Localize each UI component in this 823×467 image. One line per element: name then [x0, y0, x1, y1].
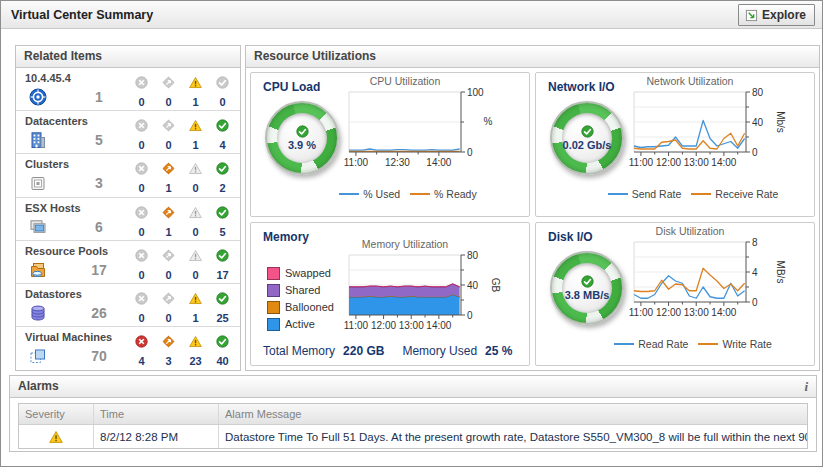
legend-label: Ballooned	[285, 301, 334, 313]
critical-status-icon	[162, 76, 175, 89]
legend-item: Write Rate	[698, 338, 771, 350]
status-cell-warning[interactable]: 0	[182, 161, 209, 194]
status-cell-critical[interactable]: 1	[155, 161, 182, 194]
related-item-row[interactable]: ESX Hosts60105	[16, 198, 240, 241]
status-cell-normal[interactable]: 17	[209, 248, 236, 281]
svg-text:Mb/s: Mb/s	[775, 111, 786, 133]
cpu-load-card: CPU Load 3.9 % CPU Utilization0100%11:00…	[250, 72, 530, 217]
column-header-severity[interactable]: Severity	[19, 404, 94, 424]
related-item-row[interactable]: Datastores2600125	[16, 284, 240, 327]
status-cell-fatal[interactable]: 0	[128, 248, 155, 281]
legend-swatch	[267, 284, 280, 297]
related-item-row[interactable]: 10.4.45.410010	[16, 68, 240, 111]
status-cell-critical[interactable]: 1	[155, 205, 182, 238]
disk-io-gauge[interactable]: 3.8 MB/s	[550, 251, 624, 325]
resource-utilizations-header: Resource Utilizations	[246, 46, 819, 68]
normal-status-icon	[216, 76, 229, 89]
status-cell-warning[interactable]: 0	[182, 205, 209, 238]
cluster-icon	[29, 174, 47, 192]
resource-pool-icon	[29, 261, 47, 279]
status-cell-fatal[interactable]: 0	[128, 161, 155, 194]
svg-text:13:00: 13:00	[684, 157, 709, 168]
status-cell-normal[interactable]: 40	[209, 334, 236, 367]
status-cell-fatal[interactable]: 0	[128, 118, 155, 151]
related-item-row[interactable]: Clusters30102	[16, 154, 240, 197]
disk-utilization-chart[interactable]: Disk Utilization048MB/s11:0012:0013:0014…	[628, 226, 808, 338]
svg-text:GB: GB	[490, 277, 501, 292]
status-cell-critical[interactable]: 3	[155, 334, 182, 367]
status-count: 0	[128, 269, 155, 281]
column-header-time[interactable]: Time	[94, 404, 219, 424]
cpu-load-gauge[interactable]: 3.9 %	[265, 101, 339, 175]
status-cell-normal[interactable]: 5	[209, 205, 236, 238]
explore-button[interactable]: Explore	[738, 4, 815, 26]
gauge-face: 3.9 %	[277, 113, 327, 163]
info-icon[interactable]: i	[804, 376, 808, 397]
related-item-label: Datacenters	[25, 115, 88, 127]
status-count: 1	[182, 139, 209, 151]
status-cell-critical[interactable]: 0	[155, 291, 182, 324]
explore-icon	[745, 9, 758, 22]
memory-utilization-chart[interactable]: Memory Utilization04080GB11:0012:0013:00…	[343, 239, 523, 351]
status-cell-normal[interactable]: 2	[209, 161, 236, 194]
disk-chart-legend: Read RateWrite Rate	[628, 338, 758, 350]
datacenter-icon	[29, 131, 47, 149]
status-cell-warning[interactable]: 1	[182, 118, 209, 151]
status-cell-critical[interactable]: 0	[155, 118, 182, 151]
status-cell-critical[interactable]: 0	[155, 75, 182, 108]
status-cell-warning[interactable]: 23	[182, 334, 209, 367]
cpu-utilization-chart[interactable]: CPU Utilization0100%11:0012:3014:00	[343, 76, 523, 188]
status-cell-normal[interactable]: 0	[209, 75, 236, 108]
svg-text:0: 0	[752, 296, 758, 307]
status-cell-warning[interactable]: 1	[182, 75, 209, 108]
status-cell-fatal[interactable]: 0	[128, 205, 155, 238]
status-count: 0	[155, 96, 182, 108]
status-cell-normal[interactable]: 4	[209, 118, 236, 151]
gauge-face: 0.02 Gb/s	[562, 113, 612, 163]
alarms-table-header: Severity Time Alarm Message	[19, 404, 807, 425]
status-summary: 0010	[128, 75, 236, 108]
related-item-row[interactable]: Resource Pools1700017	[16, 241, 240, 284]
network-io-value: 0.02 Gb/s	[563, 139, 612, 151]
column-header-alarm-message[interactable]: Alarm Message	[219, 404, 807, 424]
alarm-row[interactable]: 8/2/12 8:28 PM Datastore Time To Full 51…	[19, 425, 807, 448]
legend-item: Send Rate	[608, 188, 682, 200]
network-io-gauge[interactable]: 0.02 Gb/s	[550, 101, 624, 175]
status-summary: 00125	[128, 291, 236, 324]
disk-io-card: Disk I/O 3.8 MB/s Disk Utilization048MB/…	[535, 222, 815, 367]
network-utilization-chart[interactable]: Network Utilization04080Mb/s11:0012:0013…	[628, 76, 808, 188]
svg-text:0: 0	[752, 147, 758, 158]
status-cell-warning[interactable]: 0	[182, 248, 209, 281]
svg-text:Disk Utilization: Disk Utilization	[656, 226, 725, 237]
related-item-row[interactable]: Virtual Machines70432340	[16, 327, 240, 369]
svg-text:CPU Utilization: CPU Utilization	[370, 76, 441, 87]
legend-label: Read Rate	[638, 338, 688, 350]
svg-text:0: 0	[467, 309, 473, 320]
fatal-status-icon	[135, 162, 148, 175]
svg-text:14:00: 14:00	[711, 307, 736, 318]
critical-status-icon	[162, 249, 175, 262]
explore-button-label: Explore	[762, 8, 806, 22]
memory-title: Memory	[263, 230, 309, 244]
status-cell-fatal[interactable]: 0	[128, 291, 155, 324]
related-item-label: Virtual Machines	[25, 331, 112, 343]
status-cell-critical[interactable]: 0	[155, 248, 182, 281]
status-cell-fatal[interactable]: 4	[128, 334, 155, 367]
svg-text:40: 40	[752, 117, 764, 128]
legend-item: Read Rate	[614, 338, 688, 350]
status-cell-normal[interactable]: 25	[209, 291, 236, 324]
status-count: 0	[128, 226, 155, 238]
warning-status-icon	[189, 119, 202, 132]
svg-text:8: 8	[752, 236, 758, 247]
disk-io-value: 3.8 MB/s	[565, 289, 610, 301]
svg-text:0: 0	[467, 147, 473, 158]
memory-legend-item: Active	[267, 318, 334, 331]
status-cell-fatal[interactable]: 0	[128, 75, 155, 108]
normal-status-icon	[216, 249, 229, 262]
status-cell-warning[interactable]: 1	[182, 291, 209, 324]
related-item-label: Datastores	[25, 288, 82, 300]
related-item-row[interactable]: Datacenters50014	[16, 111, 240, 154]
legend-label: Send Rate	[632, 188, 682, 200]
status-count: 0	[182, 226, 209, 238]
status-count: 1	[155, 226, 182, 238]
